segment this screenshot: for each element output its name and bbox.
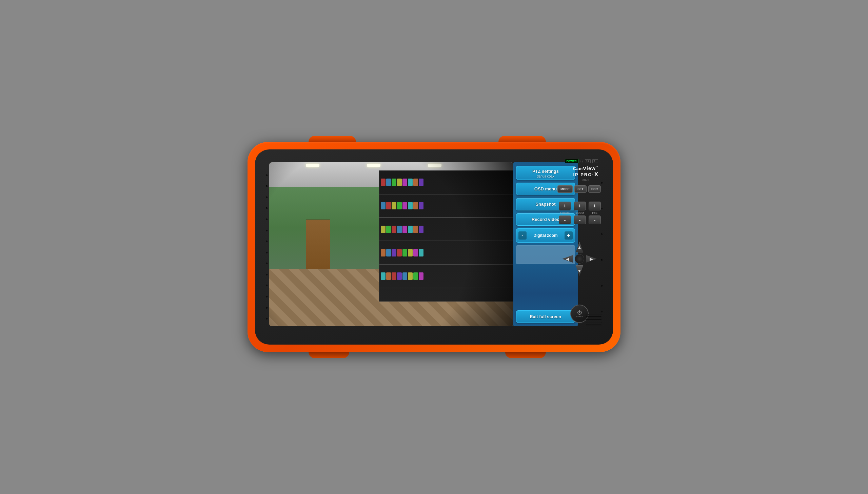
camera-feed: ▲ TRIPLETT Test Equipment & Tools: [269, 162, 513, 326]
dpad-left-button[interactable]: ◀: [562, 253, 573, 264]
iris-plus-button[interactable]: +: [589, 202, 601, 210]
speaker-line-5: [586, 325, 602, 326]
battery-1-icon: 1+: [585, 159, 591, 163]
focus-label: FOCUS: [560, 211, 570, 214]
fzi-section: + FOCUS - + ZOOM - + IRIS -: [559, 202, 601, 224]
brand-line2: IP PRO-: [573, 172, 594, 177]
ceiling-light-1: [306, 164, 319, 167]
ceiling-light-2: [367, 164, 381, 167]
zoom-plus-button[interactable]: +: [574, 202, 586, 210]
iris-col: + IRIS -: [589, 202, 601, 224]
dpad-up-button[interactable]: ▲: [574, 242, 585, 252]
shelf-row-3: [380, 218, 513, 241]
dpad: ▲ ▼ ◀ ▶: [561, 241, 597, 277]
transfer-icon: ↑↓: [580, 159, 583, 163]
screen-container: ▲ TRIPLETT Test Equipment & Tools: [269, 162, 513, 326]
dpad-right-button[interactable]: ▶: [586, 253, 597, 264]
battery-2-icon: 2+: [592, 159, 598, 163]
ceiling-light-3: [428, 164, 441, 167]
digital-zoom-plus-button[interactable]: +: [565, 231, 573, 240]
iris-label: IRIS: [592, 211, 597, 214]
ptz-settings-button[interactable]: PTZ settings dahua coax: [516, 166, 575, 180]
brand-x: X: [594, 171, 599, 177]
device-body: ▲ TRIPLETT Test Equipment & Tools: [255, 149, 613, 345]
zoom-minus-button[interactable]: -: [574, 215, 586, 224]
focus-minus-button[interactable]: -: [559, 215, 571, 224]
mode-button[interactable]: MODE: [557, 185, 573, 193]
shelf-row-4: [380, 241, 513, 265]
status-bar: POWER ↑↓ 1+ 2+: [565, 159, 598, 163]
brand-tm: ™: [596, 166, 599, 169]
iris-minus-button[interactable]: -: [589, 215, 601, 224]
focus-col: + FOCUS -: [559, 202, 571, 224]
dpad-down-button[interactable]: ▼: [574, 265, 585, 276]
device-wrapper: ▲ TRIPLETT Test Equipment & Tools: [247, 142, 621, 352]
zoom-label: ZOOM: [576, 211, 584, 214]
brand-cam: Cam: [573, 166, 583, 171]
digital-zoom-control: - Digital zoom +: [516, 228, 575, 243]
power-led: POWER: [565, 159, 578, 163]
shelf-row-5: [380, 265, 513, 288]
exit-fullscreen-button[interactable]: Exit full screen: [516, 310, 575, 323]
brand-model: 8075: [573, 178, 599, 182]
store-scene: ▲ TRIPLETT Test Equipment & Tools: [269, 162, 513, 326]
shelf-row-2: [380, 194, 513, 218]
right-texture: [599, 170, 604, 324]
dpad-center: [575, 254, 584, 264]
door: [306, 220, 330, 269]
digital-zoom-label: Digital zoom: [533, 233, 557, 238]
scr-button[interactable]: SCR: [588, 185, 601, 193]
focus-plus-button[interactable]: +: [559, 202, 571, 210]
brand-label: CamView™ IP PRO-X 8075: [573, 166, 599, 182]
set-button[interactable]: SET: [574, 185, 587, 193]
shelf-row-1: [380, 171, 513, 194]
digital-zoom-minus-button[interactable]: -: [518, 231, 527, 240]
mode-buttons-row: MODE SET SCR: [557, 185, 601, 193]
zoom-col: + ZOOM -: [574, 202, 586, 224]
power-icon: ⏻: [577, 310, 582, 315]
left-texture: [264, 170, 269, 324]
power-label: POWER: [576, 316, 584, 318]
brand-view: View: [583, 165, 596, 171]
shelves-area: [379, 170, 513, 302]
